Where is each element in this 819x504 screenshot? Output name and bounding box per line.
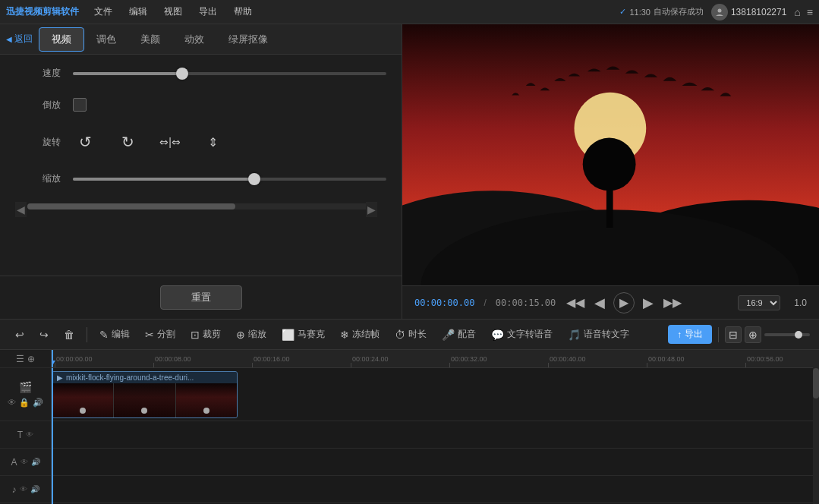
speed-slider-thumb[interactable]	[176, 68, 188, 80]
zoom-control-row: 缩放	[15, 172, 386, 185]
freeze-icon: ❄	[340, 329, 349, 341]
tab-beauty[interactable]: 美颜	[128, 28, 172, 51]
zoom-in-timeline-btn[interactable]: ⊕	[745, 326, 761, 343]
mask-button[interactable]: ⬜ 马赛克	[276, 325, 331, 344]
redo-button[interactable]: ↪	[33, 326, 55, 344]
scroll-right-icon[interactable]: ▶	[366, 202, 377, 217]
thumb-dot-2	[141, 408, 147, 414]
text2speech-icon: 💬	[491, 329, 504, 341]
video-clip[interactable]: ▶ mixkit-flock-flying-around-a-tree-duri…	[52, 371, 238, 418]
play-button[interactable]: ▶	[613, 292, 635, 313]
flip-v-button[interactable]: ⇕	[200, 130, 225, 154]
tab-effects[interactable]: 动效	[172, 28, 216, 51]
h-scrollbar-thumb[interactable]	[27, 203, 235, 209]
ruler-tick-7	[745, 363, 746, 367]
play-icon: ▶	[619, 295, 628, 310]
zoom-timeline-btn[interactable]: ⊟	[725, 326, 742, 343]
text-speaker-icon[interactable]: 🔊	[31, 458, 40, 466]
timeline-section: ↩ ↪ 🗑 ✎ 编辑 ✂ 分割 ⊡ 裁剪 ⊕ 缩放	[0, 319, 819, 504]
v-scrollbar-thumb[interactable]	[813, 368, 819, 398]
text-track	[52, 449, 813, 476]
zoom-slider-thumb[interactable]	[248, 173, 260, 185]
menu-help[interactable]: 帮助	[226, 2, 260, 21]
split-button[interactable]: ✂ 分割	[139, 325, 181, 344]
zoom-button[interactable]: ⊕ 缩放	[230, 325, 272, 344]
dubbing-button[interactable]: 🎤 配音	[436, 325, 482, 344]
rotate-ccw-button[interactable]: ↺	[73, 130, 97, 154]
tab-video[interactable]: 视频	[39, 27, 84, 52]
timeline-body: ☰ ⊕ 🎬 👁 🔒 🔊 T 👁	[0, 350, 819, 504]
text-eye-icon[interactable]: 👁	[20, 458, 28, 466]
h-scrollbar[interactable]	[27, 203, 374, 209]
text2speech-button[interactable]: 💬 文字转语音	[485, 325, 559, 344]
delete-button[interactable]: 🗑	[58, 326, 80, 344]
ruler-tick-6	[647, 363, 647, 367]
speech2text-button[interactable]: 🎵 语音转文字	[562, 325, 635, 344]
timeline-toolbar: ↩ ↪ 🗑 ✎ 编辑 ✂ 分割 ⊡ 裁剪 ⊕ 缩放	[0, 320, 819, 350]
home-icon[interactable]: ⌂	[794, 6, 800, 18]
back-arrow-icon: ◀	[6, 35, 12, 43]
back-button[interactable]: ◀ 返回	[6, 33, 33, 46]
reverse-control-row: 倒放	[15, 98, 386, 112]
track-add-icon[interactable]: ⊕	[27, 354, 35, 364]
duration-icon: ⏱	[395, 329, 405, 341]
menu-edit[interactable]: 编辑	[121, 2, 155, 21]
freeze-button[interactable]: ❄ 冻结帧	[334, 325, 386, 344]
zoom-timeline-slider[interactable]	[764, 333, 810, 336]
reverse-checkbox[interactable]	[73, 98, 87, 112]
export-button[interactable]: ↑ 导出	[668, 325, 712, 344]
edit-button[interactable]: ✎ 编辑	[93, 325, 136, 344]
audio-track	[52, 476, 813, 503]
panel-tabs: ◀ 返回 视频 调色 美颜 动效 绿屏抠像	[0, 24, 402, 55]
eye-icon[interactable]: 👁	[8, 398, 16, 408]
tab-greenscreen[interactable]: 绿屏抠像	[216, 28, 280, 51]
audio-eye-icon[interactable]: 👁	[20, 485, 27, 493]
tab-color[interactable]: 调色	[84, 28, 128, 51]
prev-frame-button[interactable]: ◀◀	[565, 292, 586, 313]
scroll-left-icon[interactable]: ◀	[15, 202, 27, 217]
speed-slider-track	[73, 72, 386, 75]
undo-button[interactable]: ↩	[9, 326, 30, 344]
zoom-timeline-thumb[interactable]	[795, 331, 802, 339]
ruler-mark-7: 00:00:56.00	[745, 355, 813, 367]
ruler-mark-4: 00:00:32.00	[449, 355, 548, 367]
total-timecode: 00:00:15.00	[496, 298, 556, 308]
aspect-ratio-select[interactable]: 16:9	[738, 295, 780, 310]
clip-thumb-3	[176, 383, 237, 418]
playhead-triangle	[52, 361, 55, 367]
h-scroll-container: ◀ ▶	[15, 203, 386, 216]
ruler-mark-2: 00:00:16.00	[252, 355, 351, 367]
menu-export[interactable]: 导出	[191, 2, 225, 21]
ruler-label-4: 00:00:32.00	[449, 355, 487, 363]
user-info[interactable]: 13818102271	[711, 4, 786, 20]
flip-v-icon: ⇕	[208, 135, 218, 150]
menu-view[interactable]: 视图	[156, 2, 190, 21]
clip-thumb-1	[52, 383, 114, 418]
duration-button[interactable]: ⏱ 时长	[389, 325, 433, 344]
more-icon[interactable]: ≡	[807, 6, 813, 18]
crop-button[interactable]: ⊡ 裁剪	[184, 325, 227, 344]
rotate-cw-button[interactable]: ↻	[115, 130, 140, 154]
step-fwd-button[interactable]: ▶	[638, 292, 659, 313]
lock-icon[interactable]: 🔒	[19, 398, 30, 408]
track-list-icon[interactable]: ☰	[16, 354, 24, 364]
audio-track-header: ♪ 👁 🔊	[0, 476, 51, 503]
next-frame-button[interactable]: ▶▶	[662, 292, 683, 313]
split-label: 分割	[157, 328, 175, 341]
speaker-icon[interactable]: 🔊	[33, 398, 43, 408]
menu-file[interactable]: 文件	[87, 2, 120, 21]
reset-button[interactable]: 重置	[160, 285, 242, 310]
ruler-label-5: 00:00:40.00	[548, 355, 586, 363]
audio-speaker-icon[interactable]: 🔊	[30, 485, 39, 493]
speech2text-label: 语音转文字	[584, 328, 629, 341]
ruler-tick-1	[153, 363, 154, 367]
next-frame-icon: ▶▶	[663, 295, 682, 310]
zoom-level-value: 1.0	[794, 298, 807, 308]
export-icon: ↑	[677, 329, 682, 340]
subtitle-track	[52, 421, 813, 449]
flip-h-button[interactable]: ⇔|⇔	[158, 130, 182, 154]
step-back-button[interactable]: ◀	[589, 292, 610, 313]
ruler-mark-6: 00:00:48.00	[647, 355, 745, 367]
subtitle-eye-icon[interactable]: 👁	[26, 430, 33, 439]
v-scrollbar[interactable]	[813, 350, 819, 504]
